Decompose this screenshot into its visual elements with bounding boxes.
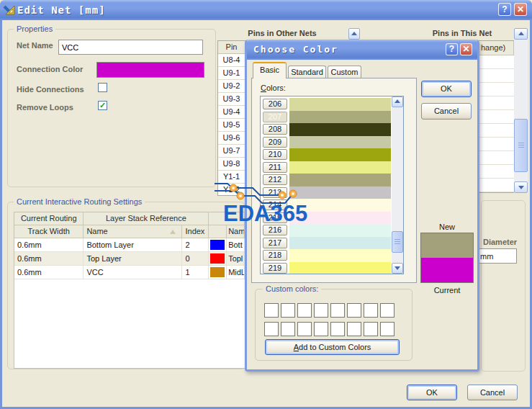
pins-other-scroll-up[interactable] [348, 28, 360, 40]
dialog-cancel-button[interactable]: Cancel [421, 103, 472, 120]
help-button[interactable]: ? [498, 3, 511, 16]
pin-list-item[interactable]: U9-6 [218, 132, 245, 145]
custom-color-swatch[interactable] [364, 303, 378, 318]
dialog-ok-button[interactable]: OK [421, 81, 472, 97]
palette-number-button[interactable]: 210 [263, 149, 287, 160]
routing-rows: 0.6mmBottom Layer2Bott0.6mmTop Layer0Top… [14, 238, 245, 279]
net-name-input[interactable] [58, 40, 203, 55]
palette-scroll-down[interactable] [392, 263, 403, 274]
palette-number-button[interactable]: 217 [263, 238, 287, 248]
pin-list-item[interactable]: U8-4 [218, 54, 245, 67]
palette-number-button[interactable]: 219 [263, 263, 287, 274]
palette-row[interactable]: 209 [261, 136, 403, 149]
cell-track-width: 0.6mm [14, 252, 84, 266]
custom-color-swatch[interactable] [364, 322, 378, 336]
pins-this-scrollbar[interactable] [514, 28, 528, 193]
palette-color-swatch[interactable] [289, 98, 391, 111]
custom-color-swatch[interactable] [347, 303, 361, 318]
cell-layer-color [209, 266, 227, 279]
palette-scroll-thumb[interactable] [392, 231, 403, 253]
palette-row[interactable]: 218 [261, 249, 403, 262]
cancel-button[interactable]: Cancel [467, 385, 518, 400]
custom-color-swatch[interactable] [314, 322, 328, 336]
palette-color-swatch[interactable] [289, 161, 391, 174]
scroll-up-icon [518, 32, 524, 35]
palette-row[interactable]: 211 [261, 161, 403, 174]
pin-list-item[interactable]: U9-7 [218, 145, 245, 158]
custom-color-swatch[interactable] [264, 303, 279, 318]
palette-row[interactable]: 206 [261, 98, 403, 111]
palette-color-swatch[interactable] [289, 262, 391, 275]
palette-color-swatch[interactable] [289, 123, 391, 136]
palette-color-swatch[interactable] [289, 136, 391, 149]
current-label: Current [420, 286, 474, 295]
palette-number-button[interactable]: 211 [263, 162, 287, 173]
cell-index: 1 [182, 266, 209, 279]
palette-color-swatch[interactable] [289, 249, 391, 262]
dialog-close-button[interactable]: ✕ [460, 43, 472, 55]
routing-table-row[interactable]: 0.6mmVCC1MidL [14, 266, 245, 279]
custom-color-swatch[interactable] [347, 322, 361, 336]
pin-list-item[interactable]: U9-4 [218, 106, 245, 119]
pin-list-item[interactable]: U9-8 [218, 158, 245, 171]
palette-number-button[interactable]: 206 [263, 99, 287, 109]
palette-row[interactable]: 207 [261, 111, 403, 124]
ok-button[interactable]: OK [407, 385, 457, 400]
palette-number-button[interactable]: 218 [263, 250, 287, 261]
custom-color-swatch[interactable] [264, 322, 279, 336]
dialog-title: Choose Color [253, 44, 338, 55]
add-to-custom-colors-button[interactable]: Add to Custom Colors [265, 339, 400, 355]
diameter-label: Diameter [483, 238, 517, 246]
custom-color-swatch[interactable] [297, 303, 312, 318]
net-name-label: Net Name [17, 41, 53, 50]
tab-custom[interactable]: Custom [328, 66, 361, 78]
palette-row[interactable]: 210 [261, 148, 403, 161]
pins-this-scroll-down[interactable] [514, 181, 528, 193]
pins-other-rows: U8-4U9-1U9-2U9-3U9-4U9-5U9-6U9-7U9-8Y1-1… [218, 54, 245, 196]
custom-color-swatch[interactable] [314, 303, 328, 318]
palette-number-button[interactable]: 209 [263, 137, 287, 148]
cell-index: 2 [182, 238, 209, 252]
colors-label: Colors: [261, 84, 286, 92]
column-header-track-width[interactable]: Track Width [14, 225, 84, 238]
dialog-help-button[interactable]: ? [446, 43, 458, 55]
tab-standard[interactable]: Standard [288, 66, 326, 78]
cell-layer-color [209, 252, 227, 266]
pin-list-item[interactable]: U9-5 [218, 119, 245, 132]
hide-connections-checkbox[interactable] [98, 83, 107, 92]
pin-list-item[interactable]: U9-2 [218, 80, 245, 93]
palette-row[interactable]: 217 [261, 237, 403, 250]
pin-list-item[interactable]: U9-1 [218, 67, 245, 80]
pins-this-scroll-up[interactable] [514, 28, 528, 40]
routing-table-row[interactable]: 0.6mmBottom Layer2Bott [14, 238, 245, 252]
palette-row[interactable]: 208 [261, 123, 403, 136]
custom-color-swatch[interactable] [281, 322, 295, 336]
pins-this-scroll-thumb[interactable] [514, 119, 528, 172]
diameter-value: mm [480, 252, 493, 261]
palette-scrollbar[interactable] [392, 96, 403, 274]
custom-color-swatch[interactable] [380, 303, 395, 318]
tab-basic[interactable]: Basic [253, 62, 287, 78]
window-titlebar: Edit Net [mm] ? ✕ [0, 0, 532, 20]
custom-color-swatch[interactable] [330, 303, 345, 318]
close-button[interactable]: ✕ [514, 3, 527, 16]
properties-group: Properties Net Name Connection Color Hid… [7, 29, 216, 187]
palette-color-swatch[interactable] [289, 237, 391, 250]
connection-color-swatch[interactable] [96, 62, 204, 78]
custom-color-swatch[interactable] [281, 303, 295, 318]
pins-other-column-header[interactable]: Pin [218, 41, 245, 54]
custom-color-swatch[interactable] [297, 322, 312, 336]
pin-list-item[interactable]: U9-3 [218, 93, 245, 106]
palette-row[interactable]: 219 [261, 262, 403, 275]
palette-color-swatch[interactable] [289, 111, 391, 124]
column-header-index[interactable]: Index [182, 225, 209, 238]
palette-color-swatch[interactable] [289, 148, 391, 161]
palette-number-button[interactable]: 208 [263, 124, 287, 135]
routing-table-row[interactable]: 0.6mmTop Layer0Topl [14, 252, 245, 266]
palette-scroll-up[interactable] [392, 96, 403, 107]
column-header-name[interactable]: Name [84, 225, 182, 238]
palette-number-button[interactable]: 207 [263, 112, 287, 122]
custom-color-swatch[interactable] [330, 322, 345, 336]
remove-loops-checkbox[interactable]: ✓ [98, 101, 107, 110]
custom-color-swatch[interactable] [380, 322, 395, 336]
